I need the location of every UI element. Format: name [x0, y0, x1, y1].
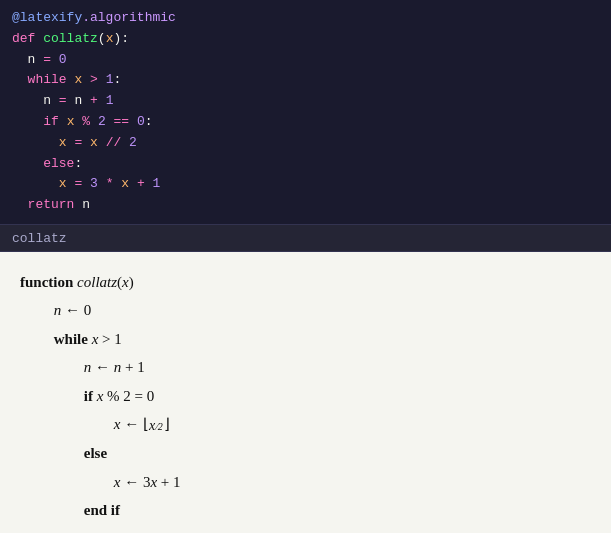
math-end-if: end if	[20, 496, 591, 525]
paren: (	[98, 31, 106, 46]
code-line-if: if x % 2 == 0:	[12, 112, 599, 133]
num-2-floor: 2	[129, 135, 137, 150]
op-eq3: =	[74, 135, 82, 150]
colon-if: :	[145, 114, 153, 129]
param-x-rendered: x	[122, 274, 129, 290]
tab-bar: collatz	[0, 224, 611, 252]
keyword-def: def	[12, 31, 43, 46]
num-2-mod: 2	[98, 114, 106, 129]
var-n-assign: n	[43, 93, 51, 108]
math-end-while: end while	[20, 525, 591, 533]
op-eq2: =	[59, 93, 67, 108]
kw-while-rendered: while	[54, 331, 88, 347]
math-function-title: function collatz(x)	[20, 268, 591, 297]
code-editor: @latexify.algorithmic def collatz(x): n …	[0, 0, 611, 224]
colon-else: :	[74, 156, 82, 171]
code-line-return: return n	[12, 195, 599, 216]
code-line-n-init: n = 0	[12, 50, 599, 71]
math-x-3x: x ← 3x + 1	[20, 468, 591, 497]
var-n-incr2: n	[114, 359, 122, 375]
var-x-rendered: x	[92, 331, 99, 347]
num-1-while: 1	[106, 72, 114, 87]
kw-function: function	[20, 274, 73, 290]
kw-else: else	[43, 156, 74, 171]
math-x-floor: x ← ⌊x⁄2⌋	[20, 410, 591, 439]
op-mod: %	[82, 114, 90, 129]
op-floordiv: //	[106, 135, 122, 150]
var-x-rhs1: x	[90, 135, 98, 150]
num-0-if: 0	[137, 114, 145, 129]
op-eq-if: ==	[114, 114, 130, 129]
code-line-x-floor: x = x // 2	[12, 133, 599, 154]
kw-return: return	[28, 197, 75, 212]
var-x-assign1: x	[59, 135, 67, 150]
num-3: 3	[90, 176, 98, 191]
op-eq4: =	[74, 176, 82, 191]
math-n-incr: n ← n + 1	[20, 353, 591, 382]
op-gt: >	[90, 72, 98, 87]
decorator-text: @latexify.algorithmic	[12, 10, 176, 25]
kw-else-rendered: else	[84, 445, 107, 461]
kw-end-if: end if	[84, 502, 120, 518]
colon-while: :	[114, 72, 122, 87]
var-x-floor: x	[114, 416, 121, 432]
paren-close: ):	[113, 31, 129, 46]
math-else: else	[20, 439, 591, 468]
op-mul: *	[106, 176, 114, 191]
var-x-while: x	[74, 72, 82, 87]
var-x-if-rendered: x	[97, 388, 104, 404]
num-1-3x: 1	[153, 176, 161, 191]
var-x-if: x	[67, 114, 75, 129]
var-x-3x: x	[114, 474, 121, 490]
tab-label: collatz	[12, 231, 67, 246]
code-line-decorator: @latexify.algorithmic	[12, 8, 599, 29]
code-line-x-3x: x = 3 * x + 1	[12, 174, 599, 195]
var-x-rhs2: x	[121, 176, 129, 191]
func-name-rendered: collatz	[77, 274, 117, 290]
code-line-else: else:	[12, 154, 599, 175]
var-n: n	[28, 52, 36, 67]
op-plus: +	[90, 93, 98, 108]
var-x-assign2: x	[59, 176, 67, 191]
var-n-return: n	[82, 197, 90, 212]
math-while: while x > 1	[20, 325, 591, 354]
var-n-rhs: n	[74, 93, 82, 108]
var-x-3x2: x	[150, 474, 157, 490]
code-line-while: while x > 1:	[12, 70, 599, 91]
math-if: if x % 2 = 0	[20, 382, 591, 411]
math-n-init: n ← 0	[20, 296, 591, 325]
var-n-rendered: n	[54, 302, 62, 318]
func-name: collatz	[43, 31, 98, 46]
kw-if-rendered: if	[84, 388, 93, 404]
code-line-def: def collatz(x):	[12, 29, 599, 50]
kw-while: while	[28, 72, 67, 87]
num-0: 0	[59, 52, 67, 67]
op-eq: =	[43, 52, 51, 67]
code-line-n-incr: n = n + 1	[12, 91, 599, 112]
kw-if: if	[43, 114, 59, 129]
op-plus2: +	[137, 176, 145, 191]
num-1-incr: 1	[106, 93, 114, 108]
math-output: function collatz(x) n ← 0 while x > 1 n …	[0, 252, 611, 533]
var-n-incr: n	[84, 359, 92, 375]
